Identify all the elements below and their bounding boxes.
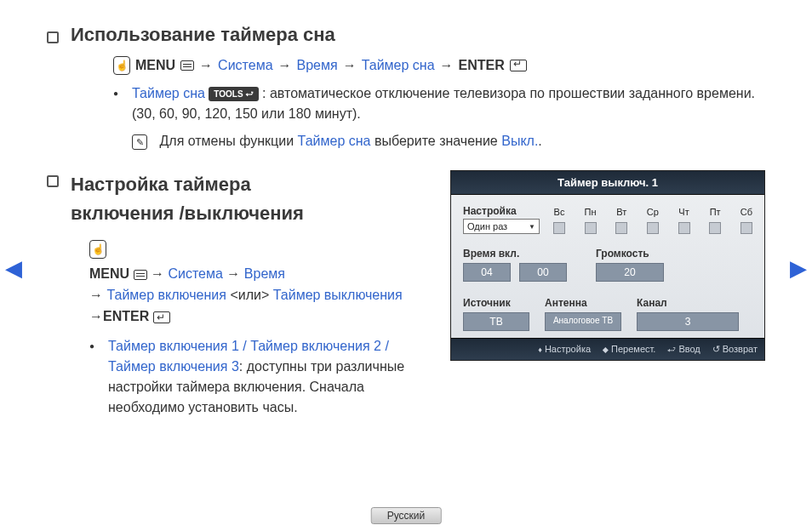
panel-footer: Настройка Перемест. Ввод Возврат: [451, 338, 764, 360]
day-sun[interactable]: Вс: [553, 207, 565, 234]
hand-icon: [113, 56, 130, 75]
crumb-time: Время: [297, 58, 338, 73]
arrow-icon: →: [343, 58, 357, 73]
enter-icon: [510, 60, 527, 71]
crumb-system2: Система: [168, 266, 222, 281]
onoff-bullet: Таймер включения 1 / Таймер включения 2 …: [89, 336, 432, 418]
nav-prev-arrow[interactable]: ◀: [5, 255, 22, 282]
section-sleep-timer-title: Использование таймера сна: [47, 24, 765, 46]
section2-title-l1: Настройка таймера: [71, 170, 304, 199]
day-fri[interactable]: Пт: [709, 207, 721, 234]
sleep-link: Таймер сна: [132, 86, 205, 100]
menu-icon: [134, 270, 147, 280]
time-mm[interactable]: 00: [519, 263, 567, 282]
tools-chip: TOOLS: [209, 87, 258, 101]
note-pre: Для отмены функции: [159, 134, 297, 148]
day-sat[interactable]: Сб: [741, 207, 752, 234]
square-bullet-icon: [47, 175, 59, 187]
footer-setting: Настройка: [538, 344, 591, 355]
section2-title-l2: включения /выключения: [71, 199, 304, 228]
note-icon: [132, 134, 147, 150]
antenna-label: Антенна: [545, 297, 621, 309]
panel-title: Таймер выключ. 1: [451, 171, 764, 195]
section1-title-text: Использование таймера сна: [71, 24, 335, 46]
crumb-system: Система: [218, 58, 272, 73]
breadcrumb-sleep: MENU → Система → Время → Таймер сна → EN…: [113, 56, 765, 75]
channel-value[interactable]: 3: [637, 312, 739, 331]
menu-label: MENU: [135, 58, 175, 73]
chevron-down-icon: ▼: [529, 223, 535, 231]
menu-icon: [180, 60, 194, 71]
enter-label: ENTER: [459, 58, 505, 73]
crumb-or: <или>: [230, 288, 269, 302]
breadcrumb-onoff: MENU → Система → Время → Таймер включени…: [89, 240, 432, 327]
source-value[interactable]: ТВ: [463, 312, 529, 331]
nav-next-arrow[interactable]: ▶: [790, 255, 807, 282]
time-hh[interactable]: 04: [463, 263, 511, 282]
section-onoff-title: Настройка таймера включения /выключения: [47, 170, 432, 228]
time-label: Время вкл.: [463, 248, 567, 260]
crumb-time2: Время: [244, 266, 285, 281]
day-wed[interactable]: Ср: [647, 207, 659, 234]
arrow-icon: →: [440, 58, 454, 73]
sleep-desc: Таймер сна TOOLS : автоматическое отключ…: [113, 83, 765, 124]
day-tue[interactable]: Вт: [615, 207, 627, 234]
footer-move: Перемест.: [603, 344, 655, 355]
day-mon[interactable]: Пн: [585, 207, 597, 234]
volume-value[interactable]: 20: [596, 263, 664, 282]
enter-icon: [153, 311, 170, 323]
sleep-note: Для отмены функции Таймер сна выберите з…: [132, 131, 765, 151]
setting-dropdown[interactable]: Один раз ▼: [463, 219, 540, 234]
crumb-off: Таймер выключения: [273, 288, 403, 302]
crumb-on: Таймер включения: [106, 288, 226, 302]
arrow-icon: →: [199, 58, 213, 73]
source-label: Источник: [463, 297, 529, 309]
footer-return: Возврат: [712, 344, 758, 355]
menu-label2: MENU: [89, 266, 129, 281]
hand-icon: [89, 240, 106, 259]
language-badge: Русский: [371, 507, 442, 524]
crumb-sleep: Таймер сна: [362, 58, 435, 73]
day-thu[interactable]: Чт: [678, 207, 690, 234]
note-mid: выберите значение: [375, 134, 501, 148]
channel-label: Канал: [637, 297, 667, 309]
setting-value: Один раз: [467, 221, 507, 231]
setting-label: Настройка: [463, 205, 545, 217]
footer-enter: Ввод: [667, 344, 700, 355]
volume-label: Громкость: [596, 248, 664, 260]
note-link: Таймер сна: [298, 134, 371, 148]
days-row: Вс Пн Вт Ср Чт Пт Сб: [553, 205, 752, 234]
arrow-icon: →: [278, 58, 292, 73]
enter-label2: ENTER: [103, 309, 149, 323]
note-off: Выкл.: [501, 134, 538, 148]
square-bullet-icon: [47, 31, 59, 43]
antenna-value[interactable]: Аналоговое ТВ: [545, 312, 621, 331]
timer-panel: Таймер выключ. 1 Настройка Один раз ▼ Вс…: [450, 170, 765, 361]
